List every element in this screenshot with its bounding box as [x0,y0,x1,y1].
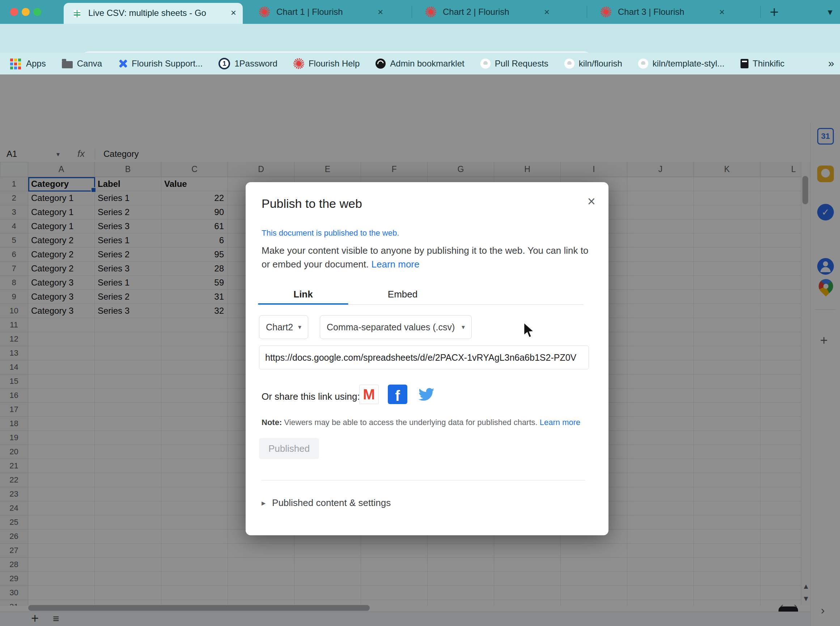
tab-close-icon[interactable]: × [544,6,550,18]
tab-title: Chart 1 | Flourish [276,7,378,17]
publish-url-field[interactable]: https://docs.google.com/spreadsheets/d/e… [259,346,589,369]
learn-more-link[interactable]: Learn more [372,259,420,270]
dialog-body-text: Make your content visible to anyone by p… [262,244,598,271]
github-icon [564,59,575,69]
publish-to-web-dialog: Publish to the web × This document is pu… [246,182,608,535]
bookmark-apps[interactable]: Apps [9,53,46,74]
tab-divider [587,6,587,18]
thinkific-icon [741,59,749,68]
active-tab-underline [258,303,349,305]
globe-icon [375,59,386,69]
note-text: Note: Viewers may be able to access the … [262,418,580,427]
flourish-favicon [259,6,270,17]
bookmark-pull-requests[interactable]: Pull Requests [480,53,548,74]
window-minimize-button[interactable] [22,8,30,16]
new-tab-button[interactable]: + [770,4,779,21]
published-notice: This document is published to the web. [262,228,399,238]
github-icon [638,59,648,69]
format-select-dropdown[interactable]: Comma-separated values (.csv)▾ [320,315,472,339]
expand-arrow-icon: ▸ [262,499,265,507]
tab-close-icon[interactable]: × [378,6,383,18]
dialog-title: Publish to the web [262,197,362,211]
mouse-cursor [522,322,538,340]
bookmark-kiln-flourish[interactable]: kiln/flourish [564,53,622,74]
bookmark-admin-bookmarklet[interactable]: Admin bookmarklet [375,53,464,74]
tab-link[interactable]: Link [258,284,349,304]
browser-tab-chart2[interactable]: Chart 2 | Flourish × [416,0,578,24]
note-learn-more-link[interactable]: Learn more [540,418,581,427]
published-button[interactable]: Published [259,438,319,459]
tab-close-icon[interactable]: × [231,7,236,19]
bookmark-canva[interactable]: Canva [62,53,102,74]
github-icon [480,59,491,69]
bookmarks-bar: Apps Canva Flourish Support... 11Passwor… [0,53,840,74]
browser-tab-active[interactable]: Live CSV: multiple sheets - Go × [64,3,243,24]
tab-title: Live CSV: multiple sheets - Go [88,8,211,18]
one-password-icon: 1 [218,58,230,69]
flourish-x-icon [118,59,127,68]
share-row-label: Or share this link using: [262,391,360,402]
dropdown-caret-icon: ▾ [462,324,465,330]
published-content-settings-toggle[interactable]: ▸ Published content & settings [262,497,391,509]
flourish-burst-icon [294,58,304,69]
browser-tab-bar: Live CSV: multiple sheets - Go × Chart 1… [0,0,840,24]
browser-tab-chart3[interactable]: Chart 3 | Flourish × [591,0,753,24]
bookmark-flourish-support[interactable]: Flourish Support... [118,53,203,74]
screen: Live CSV: multiple sheets - Go × Chart 1… [0,0,840,626]
flourish-favicon [601,6,611,17]
tab-title: Chart 3 | Flourish [618,7,719,17]
bookmarks-overflow-icon[interactable]: » [828,58,834,69]
tab-divider [760,6,761,18]
tab-close-icon[interactable]: × [719,6,725,18]
facebook-share-icon[interactable]: f [388,385,407,404]
browser-tab-chart1[interactable]: Chart 1 | Flourish × [250,0,412,24]
gmail-share-icon[interactable]: M [359,385,379,404]
tab-embed[interactable]: Embed [349,284,457,304]
dialog-close-icon[interactable]: × [587,194,595,208]
apps-grid-icon [10,59,13,61]
flourish-favicon [425,6,436,17]
bookmark-1password[interactable]: 11Password [218,53,278,74]
window-zoom-button[interactable] [33,8,41,16]
tab-title: Chart 2 | Flourish [443,7,544,17]
bookmark-flourish-help[interactable]: Flourish Help [294,53,360,74]
tab-search-chevron-icon[interactable]: ▾ [828,6,832,18]
twitter-share-icon[interactable] [416,385,436,404]
folder-icon [62,61,73,68]
bookmark-thinkific[interactable]: Thinkific [741,53,785,74]
bookmark-kiln-template[interactable]: kiln/template-styl... [638,53,725,74]
tab-divider [412,6,412,18]
browser-toolbar: ← → ↻ docs.google.com/spreadsheets/d/1En… [0,24,840,53]
dropdown-caret-icon: ▾ [298,324,301,330]
window-close-button[interactable] [10,8,18,16]
sheet-select-dropdown[interactable]: Chart2▾ [259,315,308,339]
